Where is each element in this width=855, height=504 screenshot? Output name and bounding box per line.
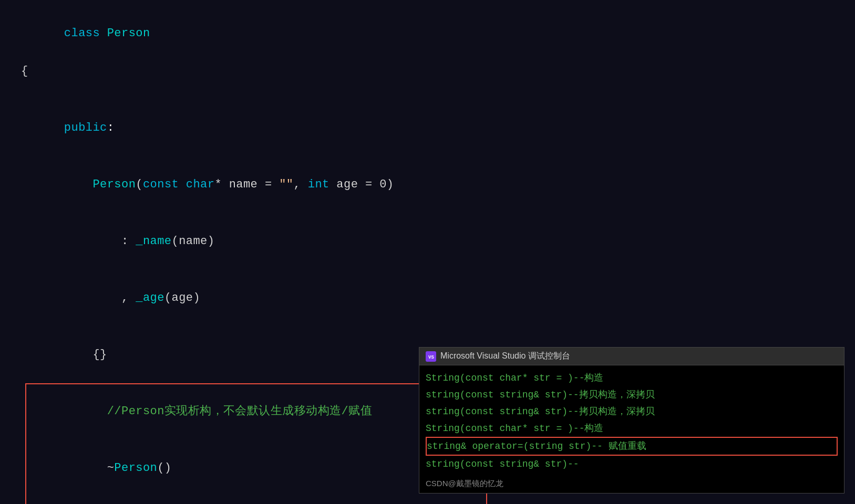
console-line-1: String(const char* str = )--构造 xyxy=(426,373,603,383)
line-text: Person(const char* name = "", int age = … xyxy=(21,156,850,213)
code-line-1: class Person xyxy=(0,5,855,62)
console-output: String(const char* str = )--构造 string(co… xyxy=(419,365,844,477)
console-title-text: Microsoft Visual Studio 调试控制台 xyxy=(440,351,570,362)
line-text: class Person xyxy=(21,5,850,62)
console-window: VS Microsoft Visual Studio 调试控制台 String(… xyxy=(419,347,844,494)
vs-icon: VS xyxy=(426,351,436,362)
console-footer: CSDN@戴墨镜的忆龙 xyxy=(419,477,844,493)
code-line-2: { xyxy=(0,62,855,81)
code-line-4: public: xyxy=(0,100,855,156)
line-text xyxy=(21,81,850,100)
console-line-6: string(const string& str)-- xyxy=(426,459,579,469)
console-line-2: string(const string& str)--拷贝构造，深拷贝 xyxy=(426,390,655,400)
console-line-4: String(const char* str = )--构造 xyxy=(426,423,603,434)
code-editor: class Person { public: Person(const char… xyxy=(0,0,855,504)
line-text: public: xyxy=(21,100,850,156)
code-line-3 xyxy=(0,81,855,100)
code-line-5: Person(const char* name = "", int age = … xyxy=(0,156,855,213)
console-titlebar: VS Microsoft Visual Studio 调试控制台 xyxy=(419,348,844,365)
line-text: , _age(age) xyxy=(21,270,850,327)
code-line-11: {} xyxy=(0,497,855,504)
svg-text:VS: VS xyxy=(428,355,434,360)
line-text: {} xyxy=(21,497,850,504)
code-line-7: , _age(age) xyxy=(0,270,855,327)
console-line-5-highlighted: string& operator=(string str)-- 赋值重载 xyxy=(426,437,838,456)
line-text: : _name(name) xyxy=(21,213,850,270)
line-text: { xyxy=(21,62,850,81)
code-line-6: : _name(name) xyxy=(0,213,855,270)
console-line-3: string(const string& str)--拷贝构造，深拷贝 xyxy=(426,406,655,417)
